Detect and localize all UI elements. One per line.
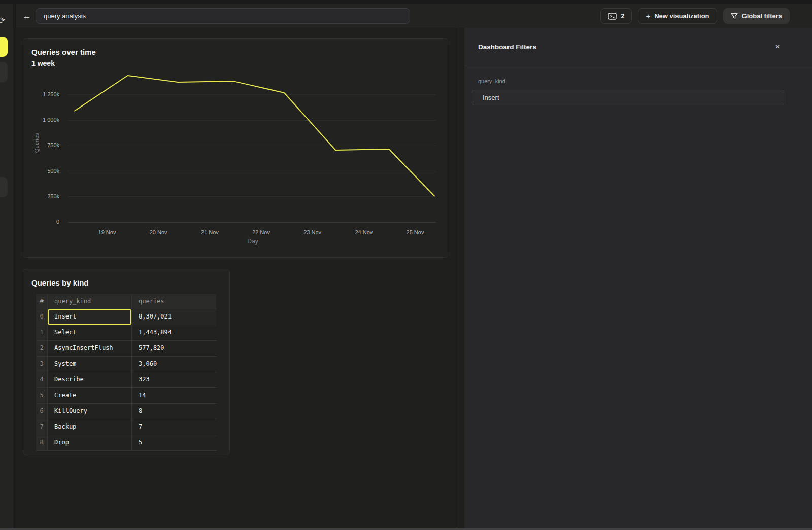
close-icon[interactable]: ✕ <box>771 41 784 53</box>
table-row: 0Insert8,307,021 <box>36 309 217 325</box>
queries-value-cell[interactable]: 5 <box>132 435 216 450</box>
y-tick-label: 250k <box>23 193 64 199</box>
column-header-index: # <box>36 294 48 309</box>
row-index-cell: 2 <box>36 341 48 356</box>
query-kind-cell[interactable]: KillQuery <box>48 404 132 419</box>
x-axis-name: Day <box>232 238 273 245</box>
filter-field-label: query_kind <box>478 78 505 84</box>
topbar: ← 2 + New visualization Global <box>16 4 812 28</box>
dashboard-title-input[interactable] <box>36 8 410 24</box>
console-button[interactable]: 2 <box>600 8 632 24</box>
console-count: 2 <box>621 12 624 20</box>
query-kind-cell[interactable]: AsyncInsertFlush <box>48 341 132 356</box>
rail-item[interactable] <box>0 62 8 82</box>
chart-plot-area[interactable] <box>68 66 444 229</box>
queries-value-cell[interactable]: 1,443,894 <box>132 325 216 340</box>
table-header-row: # query_kind queries <box>36 294 217 309</box>
query-kind-filter-input[interactable] <box>472 90 784 105</box>
global-filters-button[interactable]: Global filters <box>723 8 790 24</box>
y-tick-label: 0 <box>23 219 64 225</box>
queries-value-cell[interactable]: 577,820 <box>132 341 216 356</box>
left-rail: ⟳ <box>0 4 16 528</box>
panel-divider <box>457 28 457 528</box>
row-index-cell: 4 <box>36 372 48 387</box>
queries-value-cell[interactable]: 8 <box>132 404 216 419</box>
filters-panel-title: Dashboard Filters <box>478 43 536 51</box>
y-tick-label: 1 000k <box>23 117 64 123</box>
column-header-query-kind: query_kind <box>48 294 132 309</box>
table-row: 2AsyncInsertFlush577,820 <box>36 341 217 357</box>
table-row: 1Select1,443,894 <box>36 325 217 341</box>
query-kind-cell[interactable]: System <box>48 357 132 372</box>
row-index-cell: 3 <box>36 357 48 372</box>
table-row: 4Describe323 <box>36 372 217 388</box>
series-line[interactable] <box>74 76 434 196</box>
table-row: 3System3,060 <box>36 357 217 372</box>
queries-value-cell[interactable]: 7 <box>132 419 216 435</box>
row-index-cell: 0 <box>36 309 48 325</box>
queries-value-cell[interactable]: 14 <box>132 388 216 403</box>
x-tick-label: 22 Nov <box>241 229 282 235</box>
row-index-cell: 6 <box>36 404 48 419</box>
table-row: 8Drop5 <box>36 435 217 451</box>
rail-item[interactable] <box>0 177 8 197</box>
query-kind-cell[interactable]: Insert <box>48 309 132 325</box>
dashboard-filters-panel: Dashboard Filters ✕ query_kind <box>464 28 812 528</box>
x-tick-label: 21 Nov <box>189 229 230 235</box>
x-tick-label: 24 Nov <box>344 229 384 235</box>
queries-value-cell[interactable]: 3,060 <box>132 357 216 372</box>
y-tick-label: 750k <box>23 142 64 148</box>
query-kind-cell[interactable]: Describe <box>48 372 132 387</box>
table-title: Queries by kind <box>31 278 89 287</box>
terminal-icon <box>608 13 617 20</box>
queries-value-cell[interactable]: 8,307,021 <box>132 309 216 325</box>
query-kind-cell[interactable]: Backup <box>48 419 132 435</box>
plus-icon: + <box>646 12 650 20</box>
table-row: 6KillQuery8 <box>36 404 217 419</box>
x-tick-label: 25 Nov <box>395 229 435 235</box>
rail-item-selected[interactable] <box>0 37 8 57</box>
query-kind-cell[interactable]: Select <box>48 325 132 340</box>
filters-panel-header: Dashboard Filters ✕ <box>464 28 812 66</box>
chart-card-queries-over-time: Queries over time 1 week Queries 0250k50… <box>23 38 448 258</box>
x-tick-label: 20 Nov <box>138 229 179 235</box>
x-tick-label: 19 Nov <box>87 229 127 235</box>
table-row: 5Create14 <box>36 388 217 404</box>
line-chart <box>68 66 444 229</box>
query-kind-cell[interactable]: Drop <box>48 435 132 450</box>
app-root: ⟳ ← 2 + New visualization <box>0 0 812 530</box>
row-index-cell: 5 <box>36 388 48 403</box>
refresh-icon[interactable]: ⟳ <box>0 15 9 26</box>
chart-title: Queries over time <box>31 48 96 56</box>
y-tick-label: 500k <box>23 168 64 174</box>
x-tick-label: 23 Nov <box>292 229 333 235</box>
results-table: # query_kind queries 0Insert8,307,0211Se… <box>36 294 217 451</box>
query-kind-cell[interactable]: Create <box>48 388 132 403</box>
filter-funnel-icon <box>731 13 738 19</box>
y-tick-label: 1 250k <box>23 91 64 97</box>
row-index-cell: 7 <box>36 419 48 435</box>
table-card-queries-by-kind: Queries by kind # query_kind queries 0In… <box>23 269 230 455</box>
table-row: 7Backup7 <box>36 419 217 435</box>
chart-subtitle: 1 week <box>31 59 55 67</box>
dashboard-canvas: Queries over time 1 week Queries 0250k50… <box>16 28 464 528</box>
column-header-queries: queries <box>132 294 216 309</box>
back-button[interactable]: ← <box>20 9 34 23</box>
queries-value-cell[interactable]: 323 <box>132 372 216 387</box>
window-top-edge <box>0 0 812 4</box>
row-index-cell: 1 <box>36 325 48 340</box>
new-visualization-button[interactable]: + New visualization <box>638 8 717 24</box>
row-index-cell: 8 <box>36 435 48 450</box>
